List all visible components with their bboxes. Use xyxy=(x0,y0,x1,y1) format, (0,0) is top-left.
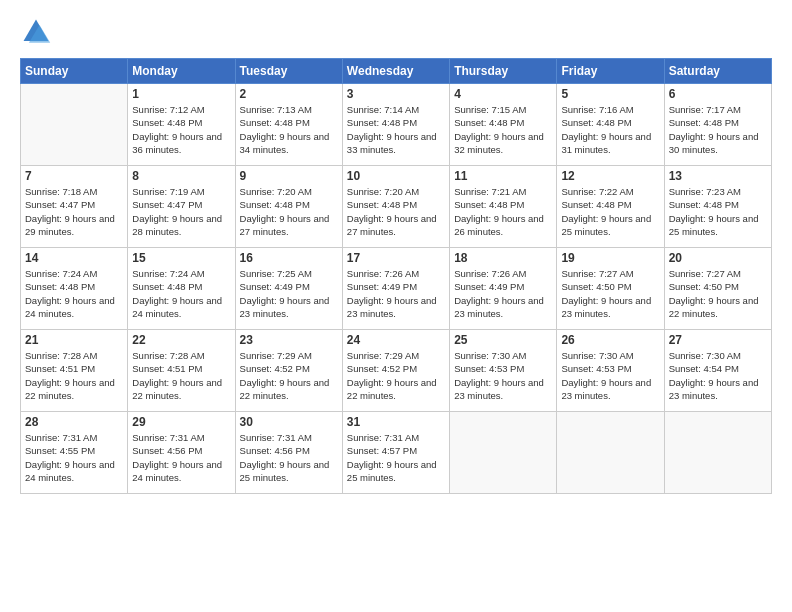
logo-icon xyxy=(20,16,52,48)
day-info: Sunrise: 7:25 AMSunset: 4:49 PMDaylight:… xyxy=(240,267,338,320)
calendar-cell: 20 Sunrise: 7:27 AMSunset: 4:50 PMDaylig… xyxy=(664,248,771,330)
calendar-cell: 2 Sunrise: 7:13 AMSunset: 4:48 PMDayligh… xyxy=(235,84,342,166)
weekday-header: Tuesday xyxy=(235,59,342,84)
day-info: Sunrise: 7:12 AMSunset: 4:48 PMDaylight:… xyxy=(132,103,230,156)
day-info: Sunrise: 7:13 AMSunset: 4:48 PMDaylight:… xyxy=(240,103,338,156)
calendar-cell: 4 Sunrise: 7:15 AMSunset: 4:48 PMDayligh… xyxy=(450,84,557,166)
calendar-header: SundayMondayTuesdayWednesdayThursdayFrid… xyxy=(21,59,772,84)
day-number: 16 xyxy=(240,251,338,265)
day-info: Sunrise: 7:21 AMSunset: 4:48 PMDaylight:… xyxy=(454,185,552,238)
day-info: Sunrise: 7:31 AMSunset: 4:56 PMDaylight:… xyxy=(240,431,338,484)
calendar-page: SundayMondayTuesdayWednesdayThursdayFrid… xyxy=(0,0,792,612)
day-number: 21 xyxy=(25,333,123,347)
calendar-cell: 11 Sunrise: 7:21 AMSunset: 4:48 PMDaylig… xyxy=(450,166,557,248)
calendar-cell: 26 Sunrise: 7:30 AMSunset: 4:53 PMDaylig… xyxy=(557,330,664,412)
day-info: Sunrise: 7:29 AMSunset: 4:52 PMDaylight:… xyxy=(347,349,445,402)
calendar-cell: 25 Sunrise: 7:30 AMSunset: 4:53 PMDaylig… xyxy=(450,330,557,412)
calendar-cell: 8 Sunrise: 7:19 AMSunset: 4:47 PMDayligh… xyxy=(128,166,235,248)
day-number: 18 xyxy=(454,251,552,265)
day-info: Sunrise: 7:22 AMSunset: 4:48 PMDaylight:… xyxy=(561,185,659,238)
day-info: Sunrise: 7:17 AMSunset: 4:48 PMDaylight:… xyxy=(669,103,767,156)
day-number: 15 xyxy=(132,251,230,265)
calendar-cell: 28 Sunrise: 7:31 AMSunset: 4:55 PMDaylig… xyxy=(21,412,128,494)
calendar-cell: 21 Sunrise: 7:28 AMSunset: 4:51 PMDaylig… xyxy=(21,330,128,412)
weekday-header: Wednesday xyxy=(342,59,449,84)
day-info: Sunrise: 7:20 AMSunset: 4:48 PMDaylight:… xyxy=(240,185,338,238)
day-number: 19 xyxy=(561,251,659,265)
day-info: Sunrise: 7:30 AMSunset: 4:53 PMDaylight:… xyxy=(454,349,552,402)
weekday-header: Saturday xyxy=(664,59,771,84)
day-number: 3 xyxy=(347,87,445,101)
day-number: 28 xyxy=(25,415,123,429)
day-number: 29 xyxy=(132,415,230,429)
calendar-cell xyxy=(450,412,557,494)
day-info: Sunrise: 7:30 AMSunset: 4:54 PMDaylight:… xyxy=(669,349,767,402)
calendar-week-row: 1 Sunrise: 7:12 AMSunset: 4:48 PMDayligh… xyxy=(21,84,772,166)
calendar-cell: 16 Sunrise: 7:25 AMSunset: 4:49 PMDaylig… xyxy=(235,248,342,330)
calendar-cell: 22 Sunrise: 7:28 AMSunset: 4:51 PMDaylig… xyxy=(128,330,235,412)
calendar-table: SundayMondayTuesdayWednesdayThursdayFrid… xyxy=(20,58,772,494)
calendar-cell: 5 Sunrise: 7:16 AMSunset: 4:48 PMDayligh… xyxy=(557,84,664,166)
day-number: 1 xyxy=(132,87,230,101)
calendar-week-row: 28 Sunrise: 7:31 AMSunset: 4:55 PMDaylig… xyxy=(21,412,772,494)
calendar-cell: 27 Sunrise: 7:30 AMSunset: 4:54 PMDaylig… xyxy=(664,330,771,412)
weekday-header: Friday xyxy=(557,59,664,84)
calendar-cell: 15 Sunrise: 7:24 AMSunset: 4:48 PMDaylig… xyxy=(128,248,235,330)
day-number: 25 xyxy=(454,333,552,347)
calendar-cell xyxy=(664,412,771,494)
day-info: Sunrise: 7:29 AMSunset: 4:52 PMDaylight:… xyxy=(240,349,338,402)
day-info: Sunrise: 7:28 AMSunset: 4:51 PMDaylight:… xyxy=(25,349,123,402)
calendar-body: 1 Sunrise: 7:12 AMSunset: 4:48 PMDayligh… xyxy=(21,84,772,494)
day-info: Sunrise: 7:14 AMSunset: 4:48 PMDaylight:… xyxy=(347,103,445,156)
day-number: 14 xyxy=(25,251,123,265)
day-number: 11 xyxy=(454,169,552,183)
day-number: 27 xyxy=(669,333,767,347)
calendar-cell: 19 Sunrise: 7:27 AMSunset: 4:50 PMDaylig… xyxy=(557,248,664,330)
day-number: 22 xyxy=(132,333,230,347)
day-number: 20 xyxy=(669,251,767,265)
weekday-header: Sunday xyxy=(21,59,128,84)
calendar-week-row: 21 Sunrise: 7:28 AMSunset: 4:51 PMDaylig… xyxy=(21,330,772,412)
day-number: 12 xyxy=(561,169,659,183)
day-number: 23 xyxy=(240,333,338,347)
day-number: 2 xyxy=(240,87,338,101)
day-info: Sunrise: 7:28 AMSunset: 4:51 PMDaylight:… xyxy=(132,349,230,402)
day-info: Sunrise: 7:15 AMSunset: 4:48 PMDaylight:… xyxy=(454,103,552,156)
calendar-cell: 29 Sunrise: 7:31 AMSunset: 4:56 PMDaylig… xyxy=(128,412,235,494)
calendar-cell: 31 Sunrise: 7:31 AMSunset: 4:57 PMDaylig… xyxy=(342,412,449,494)
day-info: Sunrise: 7:24 AMSunset: 4:48 PMDaylight:… xyxy=(132,267,230,320)
day-number: 13 xyxy=(669,169,767,183)
day-info: Sunrise: 7:19 AMSunset: 4:47 PMDaylight:… xyxy=(132,185,230,238)
calendar-cell: 7 Sunrise: 7:18 AMSunset: 4:47 PMDayligh… xyxy=(21,166,128,248)
calendar-cell: 9 Sunrise: 7:20 AMSunset: 4:48 PMDayligh… xyxy=(235,166,342,248)
day-info: Sunrise: 7:23 AMSunset: 4:48 PMDaylight:… xyxy=(669,185,767,238)
calendar-cell xyxy=(21,84,128,166)
day-number: 31 xyxy=(347,415,445,429)
calendar-cell: 12 Sunrise: 7:22 AMSunset: 4:48 PMDaylig… xyxy=(557,166,664,248)
day-number: 17 xyxy=(347,251,445,265)
weekday-row: SundayMondayTuesdayWednesdayThursdayFrid… xyxy=(21,59,772,84)
calendar-cell: 1 Sunrise: 7:12 AMSunset: 4:48 PMDayligh… xyxy=(128,84,235,166)
page-header xyxy=(20,16,772,48)
day-info: Sunrise: 7:24 AMSunset: 4:48 PMDaylight:… xyxy=(25,267,123,320)
day-info: Sunrise: 7:31 AMSunset: 4:55 PMDaylight:… xyxy=(25,431,123,484)
calendar-cell: 18 Sunrise: 7:26 AMSunset: 4:49 PMDaylig… xyxy=(450,248,557,330)
day-info: Sunrise: 7:31 AMSunset: 4:56 PMDaylight:… xyxy=(132,431,230,484)
day-info: Sunrise: 7:27 AMSunset: 4:50 PMDaylight:… xyxy=(669,267,767,320)
day-info: Sunrise: 7:18 AMSunset: 4:47 PMDaylight:… xyxy=(25,185,123,238)
day-info: Sunrise: 7:26 AMSunset: 4:49 PMDaylight:… xyxy=(454,267,552,320)
day-number: 4 xyxy=(454,87,552,101)
calendar-cell: 3 Sunrise: 7:14 AMSunset: 4:48 PMDayligh… xyxy=(342,84,449,166)
logo xyxy=(20,16,56,48)
day-number: 7 xyxy=(25,169,123,183)
day-number: 6 xyxy=(669,87,767,101)
day-number: 8 xyxy=(132,169,230,183)
calendar-cell: 17 Sunrise: 7:26 AMSunset: 4:49 PMDaylig… xyxy=(342,248,449,330)
day-info: Sunrise: 7:26 AMSunset: 4:49 PMDaylight:… xyxy=(347,267,445,320)
calendar-week-row: 7 Sunrise: 7:18 AMSunset: 4:47 PMDayligh… xyxy=(21,166,772,248)
day-info: Sunrise: 7:30 AMSunset: 4:53 PMDaylight:… xyxy=(561,349,659,402)
day-number: 9 xyxy=(240,169,338,183)
calendar-cell: 23 Sunrise: 7:29 AMSunset: 4:52 PMDaylig… xyxy=(235,330,342,412)
calendar-cell xyxy=(557,412,664,494)
day-number: 5 xyxy=(561,87,659,101)
